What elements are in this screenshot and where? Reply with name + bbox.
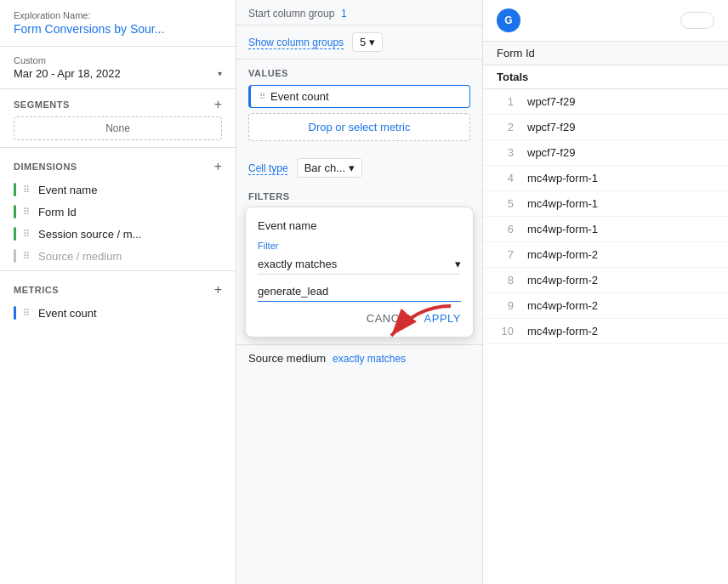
- dimension-form-id[interactable]: ⠿ Form Id: [0, 201, 236, 223]
- table-row[interactable]: 2 wpcf7-f29: [483, 115, 728, 140]
- table-header: Form Id: [483, 42, 728, 65]
- right-header: G: [483, 0, 728, 42]
- table-row[interactable]: 5 mc4wp-form-1: [483, 191, 728, 217]
- filter-actions: CANCEL APPLY: [258, 312, 461, 325]
- show-col-groups-row: Show column groups 5 ▾: [236, 26, 482, 60]
- filter-event-name-label: Event name: [258, 219, 461, 232]
- dim-dots: ⠿: [23, 184, 30, 196]
- row-value: wpcf7-f29: [527, 146, 575, 159]
- filter-popup: Event name Filter exactly matches ▾ CANC…: [245, 207, 474, 337]
- filter-match-select[interactable]: exactly matches ▾: [258, 254, 461, 275]
- row-value: mc4wp-form-1: [527, 172, 598, 184]
- table-row[interactable]: 3 wpcf7-f29: [483, 140, 728, 166]
- col-group-value: 5: [360, 36, 366, 48]
- segments-title: SEGMENTS: [14, 99, 70, 110]
- show-col-groups-label[interactable]: Show column groups: [248, 37, 344, 48]
- row-value: wpcf7-f29: [527, 95, 575, 108]
- dimension-session-source[interactable]: ⠿ Session source / m...: [0, 223, 236, 245]
- metrics-header: METRICS +: [0, 275, 236, 302]
- cell-type-row: Cell type Bar ch... ▾: [236, 153, 482, 183]
- start-column-group-num: 1: [341, 8, 347, 20]
- col-group-select[interactable]: 5 ▾: [352, 32, 383, 52]
- row-number: 8: [497, 274, 514, 286]
- totals-section: Totals: [483, 65, 728, 89]
- dimension-event-name[interactable]: ⠿ Event name: [0, 179, 236, 201]
- row-value: mc4wp-form-2: [527, 274, 598, 286]
- row-number: 10: [497, 325, 514, 337]
- exploration-name: Form Conversions by Sour...: [14, 22, 222, 36]
- table-row[interactable]: 8 mc4wp-form-2: [483, 268, 728, 293]
- row-number: 7: [497, 248, 514, 261]
- row-number: 9: [497, 299, 514, 312]
- exactly-matches-label: exactly matches: [333, 353, 406, 365]
- values-section: VALUES ⠿ Event count Drop or select metr…: [236, 60, 482, 153]
- dimensions-section: DIMENSIONS + ⠿ Event name ⠿ Form Id ⠿ Se…: [0, 147, 236, 267]
- table-row[interactable]: 7 mc4wp-form-2: [483, 242, 728, 268]
- dimensions-title: DIMENSIONS: [14, 162, 77, 172]
- table-row[interactable]: 4 mc4wp-form-1: [483, 166, 728, 191]
- dim-dots: ⠿: [23, 229, 30, 240]
- dimensions-add-button[interactable]: +: [214, 160, 222, 173]
- table-row[interactable]: 1 wpcf7-f29: [483, 89, 728, 115]
- data-table: 1 wpcf7-f29 2 wpcf7-f29 3 wpcf7-f29 4 mc…: [483, 89, 728, 584]
- event-count-label: Event count: [270, 90, 329, 103]
- date-dropdown-arrow[interactable]: ▾: [218, 69, 222, 78]
- dim-label-session-source: Session source / m...: [38, 228, 222, 241]
- metrics-section: METRICS + ⠿ Event count: [0, 270, 236, 324]
- filter-apply-button[interactable]: APPLY: [424, 312, 461, 325]
- cell-type-dropdown-arrow[interactable]: ▾: [349, 162, 355, 174]
- filter-cancel-button[interactable]: CANCEL: [367, 312, 414, 325]
- start-column-group-label: Start column group: [248, 8, 334, 20]
- row-value: mc4wp-form-2: [527, 248, 598, 261]
- exploration-label: Exploration Name:: [14, 10, 222, 20]
- row-number: 3: [497, 146, 514, 159]
- dim-label-source-medium: Source / medium: [38, 250, 222, 263]
- drop-metric-zone[interactable]: Drop or select metric: [248, 113, 470, 141]
- dim-dots: ⠿: [23, 207, 30, 218]
- form-id-column-header: Form Id: [497, 47, 714, 60]
- row-number: 6: [497, 223, 514, 235]
- dim-bar-event-name: [14, 183, 16, 196]
- metric-event-count[interactable]: ⠿ Event count: [0, 302, 236, 324]
- row-number: 1: [497, 95, 514, 108]
- left-panel: Exploration Name: Form Conversions by So…: [0, 0, 236, 584]
- filters-title: FILTERS: [236, 183, 482, 207]
- table-row[interactable]: 9 mc4wp-form-2: [483, 293, 728, 319]
- totals-label: Totals: [497, 71, 528, 83]
- dim-dots-inactive: ⠿: [23, 251, 30, 262]
- date-range-text: Mar 20 - Apr 18, 2022: [14, 67, 121, 80]
- segments-add-button[interactable]: +: [214, 98, 222, 111]
- metric-label-event-count: Event count: [38, 307, 97, 320]
- filter-match-value: exactly matches: [258, 258, 337, 270]
- row-value: mc4wp-form-2: [527, 325, 598, 337]
- filter-value-input[interactable]: [258, 281, 461, 302]
- middle-panel: Start column group 1 Show column groups …: [236, 0, 483, 584]
- filter-label: Filter: [258, 241, 461, 251]
- dimension-source-medium[interactable]: ⠿ Source / medium: [0, 245, 236, 267]
- cell-type-select[interactable]: Bar ch... ▾: [297, 158, 362, 178]
- date-section[interactable]: Custom Mar 20 - Apr 18, 2022 ▾: [0, 47, 236, 89]
- ga-icon: G: [497, 9, 520, 32]
- row-value: mc4wp-form-1: [527, 197, 598, 210]
- dim-bar-session-source: [14, 227, 16, 241]
- filter-match-arrow[interactable]: ▾: [455, 258, 461, 270]
- toggle-switch[interactable]: [680, 12, 714, 29]
- metrics-add-button[interactable]: +: [214, 283, 222, 297]
- dim-label-form-id: Form Id: [38, 206, 222, 218]
- table-row[interactable]: 10 mc4wp-form-2: [483, 319, 728, 344]
- date-custom-label: Custom: [14, 55, 222, 65]
- dim-bar-source-medium: [14, 249, 16, 263]
- metrics-title: METRICS: [14, 285, 59, 295]
- table-row[interactable]: 6 mc4wp-form-1: [483, 217, 728, 242]
- metric-bar: [14, 306, 16, 320]
- dim-label-event-name: Event name: [38, 184, 222, 196]
- cell-type-value: Bar ch...: [304, 162, 345, 174]
- segments-header: SEGMENTS +: [0, 89, 236, 116]
- source-medium-label: Source medium: [248, 352, 326, 365]
- cell-type-label[interactable]: Cell type: [248, 162, 288, 174]
- metric-dots: ⠿: [23, 308, 30, 319]
- column-group-header: Start column group 1: [236, 0, 482, 26]
- event-count-chip[interactable]: ⠿ Event count: [248, 85, 470, 108]
- col-group-dropdown-arrow[interactable]: ▾: [369, 36, 375, 48]
- chip-dots: ⠿: [259, 92, 265, 101]
